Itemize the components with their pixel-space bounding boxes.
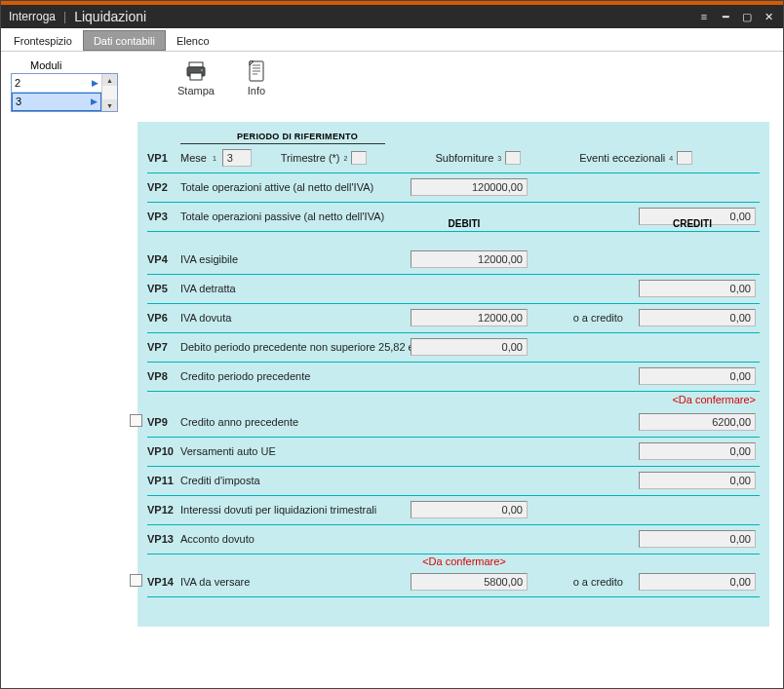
vp-label: Credito periodo precedente xyxy=(180,370,310,382)
moduli-item[interactable]: 3 ▶ xyxy=(12,93,101,112)
titlebar-mode: Interroga xyxy=(9,10,56,23)
row-vp10: VP10 Versamenti auto UE xyxy=(147,438,760,467)
row-vp8: VP8 Credito periodo precedente xyxy=(147,363,760,392)
row-vp12: VP12 Interessi dovuti per liquidazioni t… xyxy=(147,496,760,525)
minimize-icon[interactable]: ━ xyxy=(715,6,736,27)
vp6-crediti[interactable] xyxy=(639,309,756,326)
vp-label: IVA detratta xyxy=(180,283,236,294)
window-controls: ≡ ━ ▢ ✕ xyxy=(693,6,779,27)
vp-code: VP6 xyxy=(147,312,180,324)
vp-code: VP10 xyxy=(147,445,180,457)
vp10-crediti[interactable] xyxy=(639,442,756,460)
vp-label: Totale operazioni attive (al netto dell'… xyxy=(180,181,373,193)
vp-label: Totale operazioni passive (al netto dell… xyxy=(180,211,384,222)
mese-label: Mese xyxy=(180,152,207,164)
moduli-listbox[interactable]: 2 ▶ 3 ▶ ▲ ▼ xyxy=(11,73,118,112)
vp12-debiti[interactable] xyxy=(411,501,528,518)
chevron-right-icon: ▶ xyxy=(92,78,98,88)
vp13-crediti[interactable] xyxy=(639,530,756,548)
subforniture-label: Subforniture xyxy=(435,152,493,164)
vp-label: IVA esigibile xyxy=(180,253,238,265)
tab-frontespizio[interactable]: Frontespizio xyxy=(3,30,83,51)
vp-code: VP1 xyxy=(147,152,180,164)
column-headers: DEBITI CREDITI xyxy=(147,232,760,246)
row-vp13: VP13 Acconto dovuto xyxy=(147,525,760,555)
row-vp6: VP6 IVA dovuta o a credito xyxy=(147,304,760,333)
menu-icon[interactable]: ≡ xyxy=(693,6,715,27)
vp-label: IVA dovuta xyxy=(180,312,231,324)
vp-label: Debito periodo precedente non superiore … xyxy=(180,341,430,353)
vp14-checkbox[interactable] xyxy=(130,574,142,587)
moduli-panel: Moduli 2 ▶ 3 ▶ ▲ xyxy=(11,59,118,112)
print-label: Stampa xyxy=(177,85,215,96)
vp4-debiti[interactable] xyxy=(411,250,528,268)
tab-elenco[interactable]: Elenco xyxy=(166,30,220,51)
titlebar-title: Liquidazioni xyxy=(74,9,146,24)
scroll-down-icon[interactable]: ▼ xyxy=(102,99,117,111)
vp7-debiti[interactable] xyxy=(411,338,528,356)
vp14-crediti[interactable] xyxy=(639,573,756,591)
eventi-label: Eventi eccezionali xyxy=(579,152,665,164)
moduli-label: Moduli xyxy=(11,59,118,71)
vp-code: VP11 xyxy=(147,475,180,486)
moduli-scrollbar: ▲ ▼ xyxy=(101,74,117,111)
vp-code: VP2 xyxy=(147,181,180,193)
vp9-checkbox[interactable] xyxy=(130,414,142,427)
vp6-debiti[interactable] xyxy=(411,309,528,326)
moduli-item[interactable]: 2 ▶ xyxy=(12,74,101,93)
vp2-value[interactable] xyxy=(411,178,528,196)
svg-point-3 xyxy=(201,69,203,71)
vp-code: VP8 xyxy=(147,370,180,382)
info-icon xyxy=(245,59,268,83)
scroll-track[interactable] xyxy=(102,86,117,99)
vp5-crediti[interactable] xyxy=(639,280,756,297)
close-icon[interactable]: ✕ xyxy=(758,6,779,27)
top-controls: Moduli 2 ▶ 3 ▶ ▲ xyxy=(11,59,773,112)
print-button[interactable]: Stampa xyxy=(176,59,216,96)
vp-code: VP3 xyxy=(147,211,180,222)
toolbar: Stampa Info xyxy=(176,59,276,96)
vp11-crediti[interactable] xyxy=(639,472,756,489)
da-confermare-note: <Da confermare> xyxy=(672,394,756,405)
titlebar: Interroga | Liquidazioni ≡ ━ ▢ ✕ xyxy=(1,5,783,28)
moduli-item-value: 3 xyxy=(16,96,21,107)
vp-label: Versamenti auto UE xyxy=(180,445,276,457)
vp-label: Acconto dovuto xyxy=(180,533,255,545)
row-vp2: VP2 Totale operazioni attive (al netto d… xyxy=(147,173,760,203)
scroll-up-icon[interactable]: ▲ xyxy=(102,74,117,86)
svg-rect-2 xyxy=(190,73,202,80)
trimestre-field[interactable] xyxy=(351,151,367,165)
subforniture-field[interactable] xyxy=(505,151,521,165)
period-header: PERIODO DI RIFERIMENTO xyxy=(180,128,385,144)
app-window: Interroga | Liquidazioni ≡ ━ ▢ ✕ Frontes… xyxy=(0,0,784,689)
moduli-item-value: 2 xyxy=(15,77,20,89)
info-label: Info xyxy=(248,85,265,96)
row-vp9: VP9 Credito anno precedente xyxy=(147,408,760,438)
vp-label: IVA da versare xyxy=(180,576,250,588)
eventi-field[interactable] xyxy=(677,151,692,165)
maximize-icon[interactable]: ▢ xyxy=(736,6,758,27)
row-vp11: VP11 Crediti d'imposta xyxy=(147,467,760,496)
form-area: PERIODO DI RIFERIMENTO VP1 Mese1 Trimest… xyxy=(137,122,769,627)
vp-label: Crediti d'imposta xyxy=(180,475,260,486)
tabbar: Frontespizio Dati contabili Elenco xyxy=(1,28,783,52)
moduli-list: 2 ▶ 3 ▶ xyxy=(12,74,101,111)
vp-code: VP14 xyxy=(147,576,180,588)
vp-label: Credito anno precedente xyxy=(180,416,298,428)
crediti-header: CREDITI xyxy=(629,218,756,229)
mese-field[interactable] xyxy=(222,149,252,167)
row-vp5: VP5 IVA detratta xyxy=(147,275,760,304)
info-button[interactable]: Info xyxy=(237,59,276,96)
row-vp14: VP14 IVA da versare o a credito xyxy=(147,568,760,597)
vp-code: VP4 xyxy=(147,253,180,265)
content-area: Moduli 2 ▶ 3 ▶ ▲ xyxy=(1,52,783,688)
tab-dati-contabili[interactable]: Dati contabili xyxy=(83,30,166,51)
note-vp9: <Da confermare> xyxy=(147,392,760,408)
vp-label: Interessi dovuti per liquidazioni trimes… xyxy=(180,504,376,516)
vp14-debiti[interactable] xyxy=(411,573,528,591)
vp8-crediti[interactable] xyxy=(639,367,756,385)
vp9-crediti[interactable] xyxy=(639,413,756,431)
trimestre-label: Trimestre (*) xyxy=(281,152,340,164)
o-a-credito-label: o a credito xyxy=(573,576,623,588)
titlebar-divider: | xyxy=(63,10,66,23)
